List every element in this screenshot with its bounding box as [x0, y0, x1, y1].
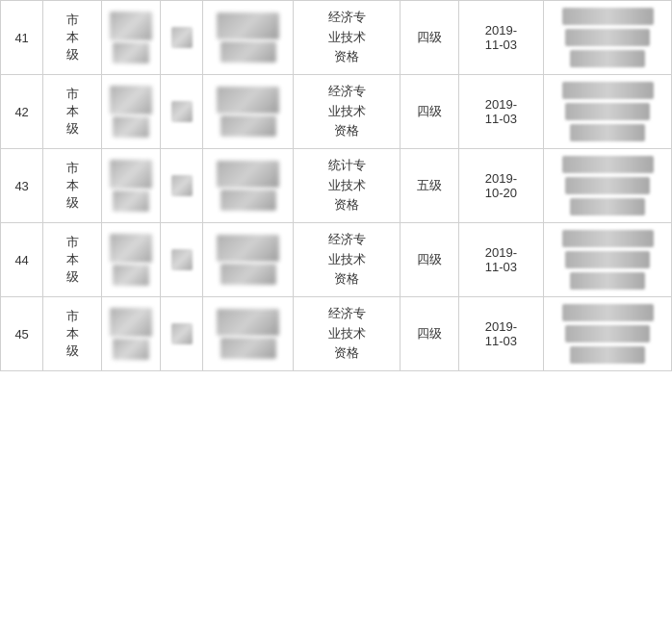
- row-photo-col: [102, 297, 161, 371]
- blurred-line: [565, 103, 650, 120]
- blurred-image: [110, 160, 152, 189]
- blurred-id-bottom: [220, 41, 276, 63]
- row-photo-col: [102, 1, 161, 75]
- row-index: 45: [1, 297, 43, 371]
- row-level: 市本级: [43, 297, 102, 371]
- row-date: 2019-11-03: [458, 223, 544, 297]
- row-date: 2019-11-03: [458, 1, 544, 75]
- row-right-images: [544, 297, 672, 371]
- blurred-image: [113, 190, 149, 212]
- blurred-line: [562, 304, 654, 321]
- row-right-images: [544, 149, 672, 223]
- blurred-right-content: [548, 155, 667, 216]
- row-icon-col: [160, 223, 202, 297]
- blurred-icon: [171, 249, 193, 270]
- blurred-line: [562, 82, 654, 99]
- blurred-id-bottom: [220, 264, 276, 285]
- row-index: 42: [1, 75, 43, 149]
- row-icon-col: [160, 1, 202, 75]
- blurred-id-top: [217, 13, 279, 39]
- blurred-line: [570, 50, 645, 67]
- blurred-id-top: [217, 309, 279, 336]
- row-grade: 四级: [400, 297, 458, 371]
- blurred-icon: [171, 27, 193, 48]
- blurred-id-bottom: [220, 115, 276, 137]
- blurred-line: [562, 8, 654, 25]
- row-index: 41: [1, 1, 43, 75]
- row-id-col: [203, 297, 294, 371]
- blurred-image: [113, 116, 149, 138]
- blurred-image: [113, 339, 149, 360]
- blurred-line: [565, 29, 650, 46]
- blurred-right-content: [548, 81, 667, 142]
- blurred-id-bottom: [220, 190, 276, 211]
- blurred-line: [562, 156, 654, 173]
- row-photo-col: [102, 149, 161, 223]
- main-table-container: 41 市本级 经济专业技术资格 四级 2019-11-03 42 市本: [0, 0, 672, 371]
- row-level: 市本级: [43, 75, 102, 149]
- blurred-icon: [171, 175, 193, 196]
- row-grade: 四级: [400, 1, 458, 75]
- row-photo-col: [102, 75, 161, 149]
- row-icon-col: [160, 75, 202, 149]
- blurred-line: [562, 230, 654, 247]
- blurred-line: [570, 346, 645, 364]
- table-row: 44 市本级 经济专业技术资格 四级 2019-11-03: [1, 223, 672, 297]
- blurred-id-top: [217, 235, 279, 262]
- blurred-line: [565, 251, 650, 268]
- row-date: 2019-10-20: [458, 149, 544, 223]
- row-photo-col: [102, 223, 161, 297]
- row-index: 44: [1, 223, 43, 297]
- row-cert: 经济专业技术资格: [294, 297, 401, 371]
- row-level: 市本级: [43, 1, 102, 75]
- blurred-id-bottom: [220, 338, 276, 359]
- row-level: 市本级: [43, 223, 102, 297]
- row-right-images: [544, 75, 672, 149]
- blurred-right-content: [548, 303, 667, 365]
- row-level: 市本级: [43, 149, 102, 223]
- row-cert: 经济专业技术资格: [294, 223, 401, 297]
- row-id-col: [203, 223, 294, 297]
- blurred-line: [565, 325, 650, 342]
- blurred-right-content: [548, 229, 667, 291]
- blurred-right-content: [548, 7, 667, 68]
- row-cert: 经济专业技术资格: [294, 1, 401, 75]
- blurred-id-top: [217, 87, 279, 114]
- table-row: 41 市本级 经济专业技术资格 四级 2019-11-03: [1, 1, 672, 75]
- blurred-image: [110, 12, 152, 40]
- blurred-line: [570, 198, 645, 215]
- row-cert: 经济专业技术资格: [294, 75, 401, 149]
- row-icon-col: [160, 149, 202, 223]
- blurred-image: [113, 265, 149, 286]
- blurred-image: [110, 308, 152, 337]
- row-cert: 统计专业技术资格: [294, 149, 401, 223]
- row-id-col: [203, 75, 294, 149]
- data-table: 41 市本级 经济专业技术资格 四级 2019-11-03 42 市本: [0, 0, 672, 371]
- blurred-id-top: [217, 161, 279, 188]
- blurred-image: [110, 86, 152, 114]
- row-id-col: [203, 1, 294, 75]
- row-grade: 四级: [400, 223, 458, 297]
- row-grade: 四级: [400, 75, 458, 149]
- blurred-line: [565, 177, 650, 194]
- row-right-images: [544, 1, 672, 75]
- blurred-image: [113, 42, 149, 63]
- blurred-line: [570, 124, 645, 141]
- table-row: 42 市本级 经济专业技术资格 四级 2019-11-03: [1, 75, 672, 149]
- row-date: 2019-11-03: [458, 297, 544, 371]
- row-icon-col: [160, 297, 202, 371]
- row-id-col: [203, 149, 294, 223]
- row-date: 2019-11-03: [458, 75, 544, 149]
- table-row: 43 市本级 统计专业技术资格 五级 2019-10-20: [1, 149, 672, 223]
- row-index: 43: [1, 149, 43, 223]
- blurred-icon: [171, 101, 193, 122]
- blurred-image: [110, 234, 152, 263]
- row-right-images: [544, 223, 672, 297]
- row-grade: 五级: [400, 149, 458, 223]
- blurred-icon: [171, 323, 193, 344]
- table-row: 45 市本级 经济专业技术资格 四级 2019-11-03: [1, 297, 672, 371]
- blurred-line: [570, 272, 645, 290]
